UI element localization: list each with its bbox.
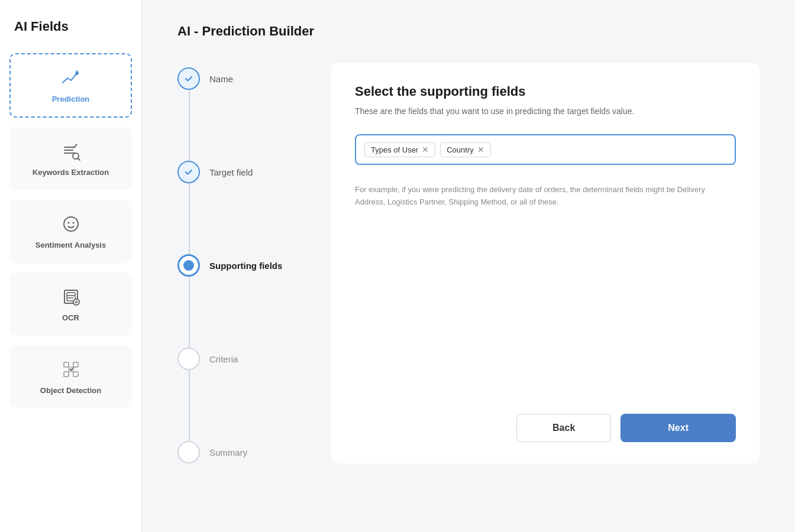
content-panel: Select the supporting fields These are t…	[331, 63, 760, 463]
tag-types-of-user-label: Types of User	[371, 145, 418, 154]
sidebar-item-prediction[interactable]: Prediction	[9, 53, 132, 118]
step-name: Name	[177, 67, 233, 90]
keywords-icon	[59, 140, 83, 163]
tag-types-of-user-close[interactable]: ✕	[422, 145, 429, 154]
example-text: For example, if you were predicting the …	[355, 181, 736, 209]
stepper: Name Target field Supporting fields	[177, 63, 296, 463]
prediction-icon	[59, 66, 83, 90]
sidebar-title: AI Fields	[9, 19, 132, 34]
svg-point-0	[75, 72, 79, 75]
step-circle-summary	[177, 441, 200, 463]
svg-rect-19	[64, 362, 69, 367]
step-target-field: Target field	[177, 161, 253, 183]
step-label-supporting-fields: Supporting fields	[209, 261, 282, 271]
sidebar-item-object-detection-label: Object Detection	[40, 386, 101, 396]
tag-input-box[interactable]: Types of User ✕ Country ✕	[355, 134, 736, 165]
sidebar-item-prediction-label: Prediction	[52, 95, 90, 105]
step-label-target-field: Target field	[209, 167, 253, 177]
svg-rect-3	[64, 150, 73, 151]
sidebar-item-sentiment-analysis[interactable]: Sentiment Analysis	[9, 200, 132, 263]
tag-country-close[interactable]: ✕	[477, 145, 484, 154]
svg-point-8	[75, 144, 77, 145]
back-button[interactable]: Back	[516, 414, 611, 442]
object-detection-icon	[59, 358, 83, 381]
step-supporting-fields: Supporting fields	[177, 254, 282, 277]
content-heading: Select the supporting fields	[355, 84, 736, 99]
tag-country[interactable]: Country ✕	[440, 142, 491, 157]
page-title: AI - Prediction Builder	[177, 24, 760, 39]
svg-point-11	[72, 222, 74, 223]
step-label-criteria: Criteria	[209, 354, 238, 364]
step-summary: Summary	[177, 441, 247, 463]
sentiment-icon	[59, 212, 83, 236]
sidebar-item-keywords-label: Keywords Extraction	[33, 168, 109, 178]
bottom-buttons: Back Next	[516, 414, 736, 442]
builder-area: Name Target field Supporting fields	[177, 63, 760, 463]
svg-line-6	[77, 158, 80, 160]
sidebar: AI Fields Prediction Keywords Extract	[0, 0, 142, 532]
main-content: AI - Prediction Builder Name	[142, 0, 795, 532]
svg-rect-22	[73, 372, 78, 377]
step-circle-name	[177, 67, 200, 90]
content-subtitle: These are the fields that you want to us…	[355, 105, 736, 118]
sidebar-item-ocr-label: OCR	[62, 313, 79, 323]
tag-types-of-user[interactable]: Types of User ✕	[364, 142, 435, 157]
step-label-name: Name	[209, 74, 233, 84]
sidebar-item-sentiment-label: Sentiment Analysis	[35, 241, 106, 251]
step-label-summary: Summary	[209, 447, 247, 458]
svg-rect-20	[73, 362, 78, 367]
svg-point-9	[64, 217, 78, 231]
tag-country-label: Country	[447, 145, 474, 154]
step-circle-criteria	[177, 348, 200, 370]
step-criteria: Criteria	[177, 348, 238, 370]
svg-rect-21	[64, 372, 69, 377]
connector-4	[189, 370, 190, 441]
svg-point-10	[67, 222, 69, 223]
next-button[interactable]: Next	[621, 414, 736, 442]
ocr-icon	[59, 285, 83, 309]
connector-3	[189, 277, 190, 348]
sidebar-item-keywords-extraction[interactable]: Keywords Extraction	[9, 127, 132, 190]
sidebar-item-object-detection[interactable]: Object Detection	[9, 345, 132, 408]
step-circle-supporting-fields	[177, 254, 200, 277]
connector-2	[189, 183, 190, 254]
connector-1	[189, 90, 190, 161]
sidebar-item-ocr[interactable]: OCR	[9, 273, 132, 336]
step-circle-target-field	[177, 161, 200, 183]
